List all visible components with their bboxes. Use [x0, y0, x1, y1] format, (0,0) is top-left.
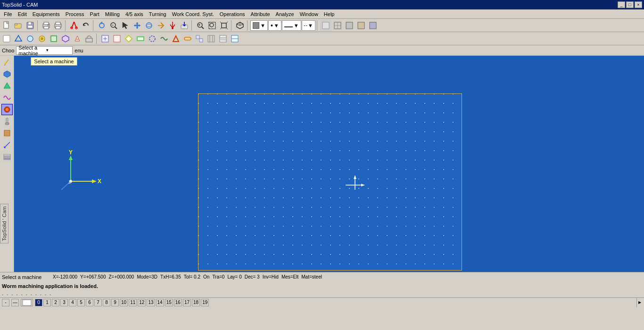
shading-hq[interactable] — [367, 20, 379, 31]
page-18[interactable]: 18 — [192, 299, 200, 306]
page-1[interactable]: 1 — [43, 299, 51, 306]
pickup-button[interactable] — [167, 20, 178, 31]
tb2-b4[interactable] — [36, 33, 48, 44]
dash-dropdown[interactable]: - - ▼ — [302, 20, 315, 31]
tb2-b17[interactable] — [194, 33, 205, 44]
page-17[interactable]: 17 — [183, 299, 191, 306]
cut-button[interactable] — [68, 20, 80, 31]
menu-milling[interactable]: Milling — [102, 9, 123, 19]
left-btn-2[interactable]: — — [11, 299, 19, 306]
tb2-b12[interactable] — [135, 33, 146, 44]
shading-flat[interactable] — [320, 20, 331, 31]
view-iso-button[interactable] — [234, 20, 246, 31]
save-button[interactable] — [25, 20, 36, 31]
tb2-b13[interactable] — [147, 33, 158, 44]
tb2-b5[interactable] — [48, 33, 59, 44]
menu-4-5-axis[interactable]: 4/5 axis — [123, 9, 146, 19]
page-selector[interactable] — [21, 299, 33, 306]
page-11[interactable]: 11 — [129, 299, 137, 306]
page-15[interactable]: 15 — [165, 299, 173, 306]
tb2-b16[interactable] — [182, 33, 193, 44]
page-16[interactable]: 16 — [174, 299, 182, 306]
tb2-b11[interactable] — [123, 33, 134, 44]
refresh-button[interactable] — [96, 20, 107, 31]
menu-turning[interactable]: Turning — [146, 9, 169, 19]
menu-help[interactable]: Help — [321, 9, 338, 19]
minimize-button[interactable]: _ — [618, 1, 625, 8]
tb2-b20[interactable] — [229, 33, 240, 44]
page-13[interactable]: 13 — [147, 299, 155, 306]
zoom-fit-button[interactable] — [218, 20, 230, 31]
page-0[interactable]: 0 — [35, 299, 42, 306]
close-button[interactable]: × — [635, 1, 642, 8]
surface-tool-button[interactable] — [1, 80, 13, 92]
tb2-b15[interactable] — [170, 33, 182, 44]
tb2-b14[interactable] — [158, 33, 170, 44]
page-4[interactable]: 4 — [69, 299, 76, 306]
maximize-button[interactable]: □ — [626, 1, 634, 8]
page-12[interactable]: 12 — [138, 299, 146, 306]
tb2-b18[interactable] — [206, 33, 217, 44]
measure-tool-button[interactable] — [1, 139, 13, 151]
menu-operations[interactable]: Operations — [217, 9, 248, 19]
print-button[interactable] — [52, 20, 64, 31]
page-7[interactable]: 7 — [94, 299, 102, 306]
open-button[interactable] — [13, 20, 24, 31]
curve-tool-button[interactable] — [1, 92, 13, 103]
pencil-tool-button[interactable] — [1, 57, 13, 68]
print-setup-button[interactable] — [41, 20, 52, 31]
import-button[interactable] — [179, 20, 190, 31]
tb2-b6[interactable] — [60, 33, 71, 44]
menu-edit[interactable]: Edit — [15, 9, 30, 19]
select-button[interactable] — [120, 20, 131, 31]
page-9[interactable]: 9 — [111, 299, 119, 306]
menu-attribute[interactable]: Attribute — [248, 9, 273, 19]
point-dropdown[interactable]: • ▼ — [268, 20, 281, 31]
new-button[interactable] — [1, 20, 12, 31]
color-dropdown[interactable]: ▼ — [250, 20, 268, 31]
page-2[interactable]: 2 — [52, 299, 59, 306]
zoom-in-button[interactable]: + — [195, 20, 206, 31]
line-dropdown[interactable]: ▼ — [282, 20, 301, 31]
shading-render[interactable] — [355, 20, 367, 31]
tool-button[interactable] — [1, 116, 13, 127]
page-14[interactable]: 14 — [156, 299, 164, 306]
menu-analyze[interactable]: Analyze — [273, 9, 297, 19]
page-3[interactable]: 3 — [60, 299, 68, 306]
menu-equipments[interactable]: Equipments — [30, 9, 63, 19]
shading-wire[interactable] — [332, 20, 343, 31]
spin-button[interactable] — [155, 20, 166, 31]
machine-dropdown[interactable]: Select a machine ▼ Select a machine — [16, 46, 73, 55]
tb2-b10[interactable] — [111, 33, 123, 44]
tb2-b1[interactable] — [1, 33, 12, 44]
page-10[interactable]: 10 — [120, 299, 128, 306]
menu-window[interactable]: Window — [297, 9, 321, 19]
pan-button[interactable] — [132, 20, 143, 31]
cam-tool-button[interactable] — [1, 104, 13, 115]
page-19[interactable]: 19 — [201, 299, 209, 306]
zoom-region-button[interactable] — [206, 20, 218, 31]
rotate3d-button[interactable] — [143, 20, 155, 31]
shading-solid[interactable] — [344, 20, 355, 31]
left-btn-1[interactable]: - — [2, 299, 9, 306]
page-5[interactable]: 5 — [77, 299, 85, 306]
solid-tool-button[interactable] — [1, 68, 13, 80]
page-6[interactable]: 6 — [86, 299, 93, 306]
tb2-b19[interactable] — [217, 33, 229, 44]
tb2-b3[interactable] — [25, 33, 36, 44]
tb2-b2[interactable] — [13, 33, 24, 44]
page-8[interactable]: 8 — [103, 299, 110, 306]
tb2-b7[interactable] — [72, 33, 83, 44]
scroll-right-button[interactable]: ▶ — [636, 298, 642, 307]
canvas-area[interactable]: Y X Z — [14, 56, 644, 272]
tb2-b9[interactable] — [99, 33, 111, 44]
side-tab[interactable]: TopSolid ' Cam — [0, 204, 8, 244]
material-tool-button[interactable] — [1, 127, 13, 139]
zoom-all-button[interactable]: + — [108, 20, 119, 31]
menu-process[interactable]: Process — [63, 9, 87, 19]
layer-tool-button[interactable] — [1, 151, 13, 162]
undo-button[interactable] — [80, 20, 91, 31]
menu-file[interactable]: File — [1, 9, 15, 19]
tb2-b8[interactable] — [83, 33, 95, 44]
menu-work-coord[interactable]: Work Coord. Syst. — [169, 9, 217, 19]
